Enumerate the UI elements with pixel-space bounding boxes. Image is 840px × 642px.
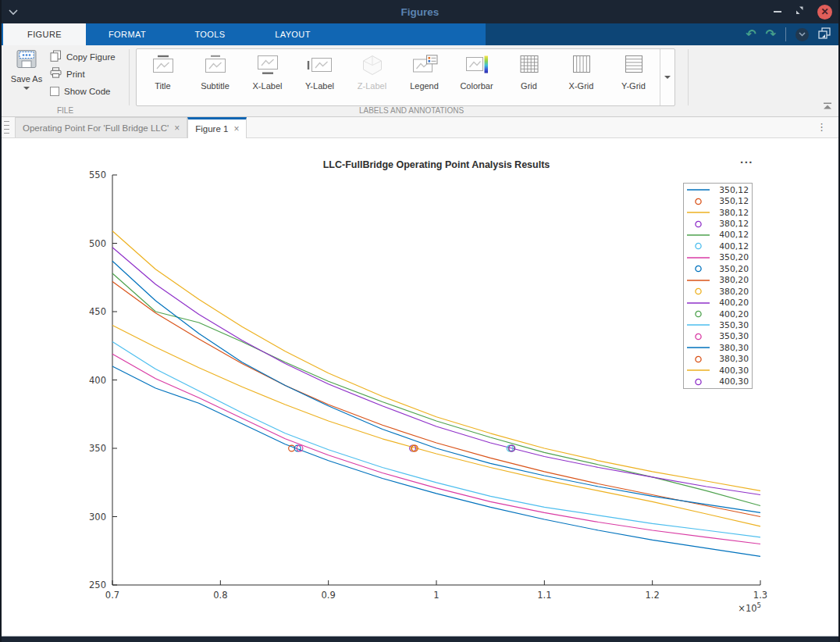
curve-400,20[interactable] [112, 248, 760, 495]
legend-label: 400,20 [712, 298, 750, 308]
legend-entry-line-350-30: 350,30 [685, 319, 750, 330]
curve-400,12[interactable] [112, 273, 760, 506]
legend-marker-sample [685, 332, 712, 341]
title-icon [150, 55, 176, 79]
gallery-caret-icon [664, 76, 671, 79]
window-controls: ✕ [774, 0, 832, 23]
legend-marker-sample [685, 197, 712, 206]
save-as-button[interactable]: Save As [6, 49, 47, 90]
axes-spines [112, 175, 760, 585]
section-divider [688, 49, 689, 105]
tab-strip-grip-icon[interactable] [4, 121, 13, 134]
quick-access-dropdown-button[interactable] [796, 28, 809, 41]
redo-button[interactable]: ↷ [766, 28, 776, 41]
legend-label: 400,12 [712, 241, 750, 251]
y-tick-label: 450 [89, 306, 106, 317]
save-as-dropdown-caret-icon [23, 87, 30, 90]
curve-380,30[interactable] [112, 261, 760, 512]
detach-figure-button[interactable] [818, 27, 831, 42]
background-window-sliver [2, 636, 838, 642]
y-tick-label: 350 [89, 443, 106, 454]
z-label-cube-icon [359, 55, 386, 79]
x-tick-label: 1 [433, 590, 439, 601]
copy-figure-button[interactable]: Copy Figure [50, 51, 116, 63]
curve-350,12[interactable] [112, 366, 760, 556]
legend-entry-line-400-12: 400,12 [685, 230, 750, 241]
gallery-item-x-label[interactable]: X-Label [241, 49, 294, 105]
legend-marker-sample [685, 377, 712, 387]
legend-marker-sample [685, 309, 712, 319]
gallery-item-legend[interactable]: Legend [398, 49, 450, 105]
legend-line-sample [685, 343, 712, 352]
legend-line-sample [685, 320, 712, 330]
labels-section-label: LABELS AND ANNOTATIONS [136, 106, 687, 115]
legend-line-sample [685, 230, 712, 240]
legend-marker-sample [685, 264, 712, 273]
save-as-label: Save As [11, 74, 42, 84]
ribbon-quick-actions: ↶ ↷ [486, 23, 838, 45]
gallery-item-x-grid[interactable]: X-Grid [555, 49, 607, 105]
tab-operating-point[interactable]: Operating Point For 'Full Bridge LLC' × [15, 117, 187, 137]
legend-label: 350,12 [712, 196, 750, 206]
legend-line-sample [685, 298, 712, 308]
tab-figure-1[interactable]: Figure 1 × [187, 117, 247, 138]
show-code-checkbox[interactable] [50, 87, 59, 96]
ribbon-tab-tools[interactable]: TOOLS [169, 23, 251, 45]
legend-label: 400,30 [712, 376, 750, 387]
y-tick-label: 550 [89, 169, 106, 180]
chart-legend[interactable]: 350,12350,12380,12380,12400,12400,12350,… [683, 183, 753, 389]
legend-marker-sample [685, 219, 712, 229]
file-actions: Copy Figure Print Show Code [50, 51, 116, 98]
toolbar-separator [785, 27, 786, 41]
legend-entry-marker-380-30: 380,30 [685, 354, 750, 365]
ribbon-tab-layout[interactable]: LAYOUT [251, 23, 334, 45]
legend-marker-sample [685, 241, 712, 251]
undo-button[interactable]: ↶ [746, 28, 756, 41]
minimize-button[interactable] [774, 11, 781, 12]
curve-350,30[interactable] [112, 342, 760, 537]
print-button[interactable]: Print [50, 68, 116, 80]
legend-entry-marker-400-12: 400,12 [685, 241, 750, 251]
figure-canvas: LLC-FullBridge Operating Point Analysis … [2, 138, 838, 637]
tab-overflow-menu-icon[interactable]: ⋮ [817, 121, 828, 133]
legend-entry-marker-380-20: 380,20 [685, 286, 750, 297]
show-code-toggle[interactable]: Show Code [50, 85, 116, 98]
curve-380,12[interactable] [112, 326, 760, 526]
tab-close-icon[interactable]: × [233, 124, 239, 134]
curve-350,20[interactable] [112, 354, 760, 544]
x-tick-label: 1.3 [753, 590, 767, 601]
ribbon-tab-format[interactable]: FORMAT [86, 23, 169, 45]
show-code-label: Show Code [64, 87, 110, 96]
ribbon-tab-figure[interactable]: FIGURE [3, 23, 86, 45]
legend-label: 350,30 [712, 320, 750, 330]
restore-button[interactable] [794, 5, 805, 19]
gallery-item-grid[interactable]: Grid [503, 49, 555, 105]
y-grid-icon [621, 55, 647, 79]
curve-400,30[interactable] [112, 231, 760, 491]
legend-label: 380,12 [712, 208, 750, 218]
file-section-label: FILE [2, 106, 129, 115]
legend-label: 350,20 [712, 252, 750, 262]
close-button[interactable]: ✕ [817, 5, 832, 20]
operating-point-marker-350,12[interactable] [289, 445, 295, 451]
gallery-item-y-grid[interactable]: Y-Grid [607, 49, 660, 105]
window-title: Figures [2, 6, 838, 18]
legend-label: 380,30 [712, 343, 750, 353]
legend-entry-line-380-20: 380,20 [685, 275, 750, 286]
gallery-item-y-label[interactable]: Y-Label [294, 49, 346, 105]
gallery-expand-button[interactable] [660, 49, 674, 105]
curve-380,20[interactable] [112, 282, 760, 517]
colorbar-icon [464, 55, 490, 79]
legend-marker-sample [685, 355, 712, 364]
x-tick-label: 0.7 [105, 590, 119, 601]
gallery-item-title[interactable]: Title [137, 49, 189, 105]
figures-window: Figures ✕ FIGURE FORMAT TOOLS LAYOUT ↶ ↷ [0, 0, 840, 642]
gallery-item-colorbar[interactable]: Colorbar [450, 49, 503, 105]
tab-close-icon[interactable]: × [174, 123, 180, 133]
gallery-item-subtitle[interactable]: Subtitle [189, 49, 241, 105]
y-tick-label: 400 [89, 375, 106, 386]
save-icon [16, 49, 37, 73]
legend-label: 380,20 [712, 275, 750, 285]
legend-label: 380,30 [712, 354, 750, 364]
collapse-ribbon-button[interactable] [823, 99, 832, 113]
